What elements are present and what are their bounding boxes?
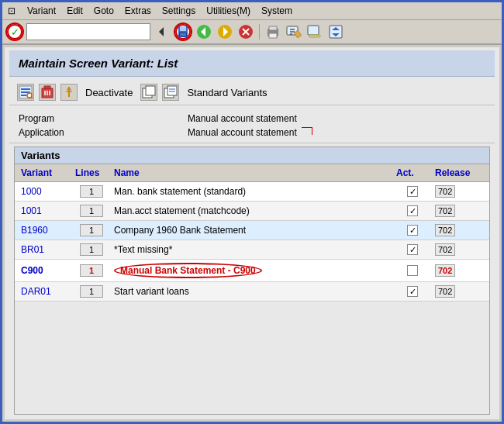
svg-rect-47 [167,86,177,95]
variants-section: Variants Variant Lines Name Act. Release… [14,147,490,415]
variants-body: 1000 1 Man. bank statement (standard) ✓ … [15,182,489,414]
variant-act[interactable]: ✓ [393,204,432,218]
variant-lines: 1 [72,284,111,299]
select-icon[interactable] [17,84,34,101]
svg-rect-45 [146,86,155,95]
program-value: Manual account statement [188,113,297,124]
variant-lines: 1 [72,203,111,219]
expand-button[interactable] [326,22,345,41]
menu-system[interactable]: System [257,5,297,17]
svg-marker-4 [159,27,164,36]
menu-settings[interactable]: Settings [157,5,200,17]
delete-icon[interactable] [39,84,56,101]
variant-id: 1000 [18,184,72,198]
save-button[interactable] [174,22,192,41]
variant-id: 1001 [18,204,72,218]
application-value: Manual account statement [188,127,297,138]
variant-name: *Text missing* [111,243,393,257]
variant-act[interactable]: ✓ [393,184,432,198]
variant-lines: 1 [72,222,111,238]
svg-text:⊡: ⊡ [8,5,16,16]
col-lines: Lines [72,167,111,179]
page-title: Maintain Screen Variant: List [19,57,485,70]
table-row[interactable]: C900 1 Manual Bank Statement - C900 702 [15,260,489,282]
variant-id: C900 [18,264,72,277]
variant-name: Man. bank statement (standard) [111,184,393,198]
variant-lines: 1 [72,263,111,278]
action-bar: Deactivate Stand [9,80,495,105]
table-row[interactable]: 1001 1 Man.acct statement (matchcode) ✓ … [15,202,489,221]
svg-rect-31 [21,88,30,90]
oval-highlight: Manual Bank Statement - C900 [114,263,262,278]
svg-rect-19 [269,33,277,38]
application-label: Application [19,127,88,138]
paste-icon[interactable] [162,84,179,101]
col-release: Release [432,167,486,179]
main-window: ⊡ Variant Edit Goto Extras Settings Util… [0,0,504,424]
separator-1 [259,24,260,40]
menu-bar: ⊡ Variant Edit Goto Extras Settings Util… [2,2,502,20]
variants-header: Variants [15,147,489,164]
svg-rect-33 [21,95,26,96]
svg-rect-18 [269,26,277,30]
variant-id: BR01 [18,243,72,257]
svg-rect-37 [44,86,50,88]
check-button[interactable]: ✓ [5,22,24,41]
col-variant: Variant [18,167,72,179]
variant-release: 702 [432,264,486,277]
variant-id: B1960 [18,223,72,237]
title-bar: Maintain Screen Variant: List [9,50,495,77]
column-headers: Variant Lines Name Act. Release [15,164,489,182]
variant-act[interactable] [393,264,432,277]
cancel-button[interactable] [236,22,255,41]
screen-wrap: Maintain Screen Variant: List [2,45,502,422]
table-row[interactable]: 1000 1 Man. bank statement (standard) ✓ … [15,182,489,202]
forward-button[interactable] [216,22,234,41]
variant-release: 702 [432,204,486,218]
variant-name: Start variant loans [111,284,393,298]
variant-lines: 1 [72,242,111,257]
toolbar-input[interactable] [26,23,150,40]
variant-name: Man.acct statement (matchcode) [111,204,393,218]
standard-variants-label[interactable]: Standard Variants [184,85,270,100]
menu-variant[interactable]: Variant [22,5,60,17]
svg-text:✓: ✓ [11,26,19,38]
find-all-button[interactable] [306,22,324,41]
copy-icon[interactable] [140,84,157,101]
table-row[interactable]: B1960 1 Company 1960 Bank Statement ✓ 70… [15,221,489,240]
table-row[interactable]: BR01 1 *Text missing* ✓ 702 [15,240,489,260]
variant-act[interactable]: ✓ [393,284,432,298]
menu-items: Variant Edit Goto Extras Settings Utilit… [22,5,499,17]
col-act: Act. [393,167,432,179]
col-name: Name [111,167,393,179]
menu-goto[interactable]: Goto [89,5,119,17]
variant-id: DAR01 [18,284,72,298]
deactivate-label[interactable]: Deactivate [82,85,136,100]
table-row[interactable]: DAR01 1 Start variant loans ✓ 702 [15,282,489,302]
variant-release: 702 [432,284,486,298]
menu-edit[interactable]: Edit [62,5,88,17]
svg-rect-7 [180,26,186,31]
variant-release: 702 [432,243,486,257]
variant-lines: 1 [72,184,111,199]
sap-icon[interactable]: ⊡ [5,4,21,18]
variant-act[interactable]: ✓ [393,243,432,257]
find-button[interactable] [285,22,303,41]
inner-content: Maintain Screen Variant: List [5,47,499,419]
back-button[interactable] [195,22,213,41]
variant-name: Company 1960 Bank Statement [111,223,393,237]
menu-extras[interactable]: Extras [120,5,156,17]
program-label: Program [19,113,88,124]
pin-icon[interactable] [60,84,78,101]
variant-release: 702 [432,184,486,198]
program-row: Program Manual account statement [19,113,485,124]
svg-marker-42 [67,87,71,90]
variant-act[interactable]: ✓ [393,223,432,237]
svg-rect-9 [180,33,186,36]
variant-release: 702 [432,223,486,237]
svg-rect-25 [308,26,319,35]
nav-left-button[interactable] [153,22,171,41]
application-row: Application Manual account statement [19,127,485,138]
menu-utilities[interactable]: Utilities(M) [202,5,255,17]
print-button[interactable] [264,22,282,41]
